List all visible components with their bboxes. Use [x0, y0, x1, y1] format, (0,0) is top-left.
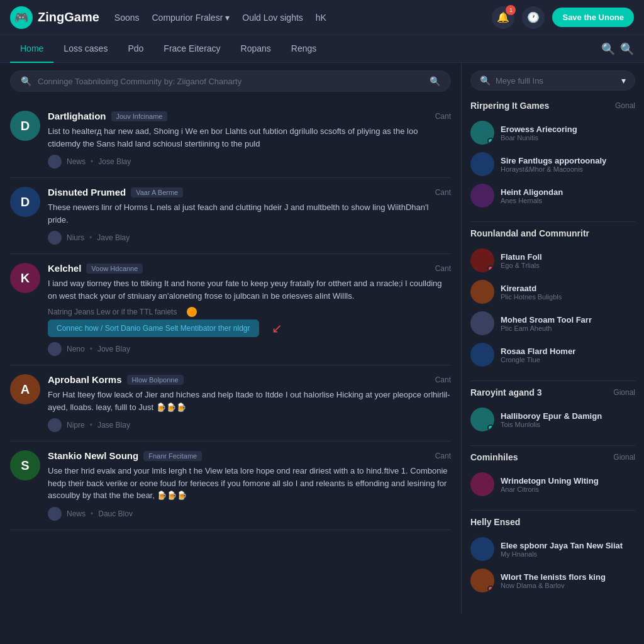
post-footer-label-5: News [67, 509, 86, 518]
post-footer-4: Nipre • Jase Blay [48, 418, 451, 432]
sidebar-item-wlort[interactable]: Wlort The lenists flors king Now Dlama &… [470, 565, 635, 596]
sidebar-item-sub-heint: Anes Hernals [501, 197, 635, 204]
sidebar-item-sire[interactable]: Sire Fantlugs apportoonaly Horayst&Mhor … [470, 148, 635, 180]
sidebar-item-halliboroy[interactable]: Halliboroy Epur & Damign Tois Munlolis [470, 404, 635, 435]
post-action-3[interactable]: Cant [435, 264, 451, 273]
post-body-2: Disnuted Prumed Vaar A Berme Cant These … [48, 187, 451, 245]
sidebar-item-rosaa[interactable]: Rosaa Flard Homer Crongle Tlue [470, 339, 635, 370]
tab-rengs[interactable]: Rengs [281, 35, 326, 63]
post-author-3: Kelchel [48, 263, 81, 274]
post-card-5: S Stankio Newl Soung Fnanr Fecitame Cant… [10, 441, 451, 530]
post-avatar-2: D [10, 187, 40, 217]
nav-item-0[interactable]: Soons [114, 13, 140, 23]
dropdown-arrow-icon: ▾ [225, 13, 230, 23]
post-author-4: Aprobanl Korms [48, 374, 122, 385]
search-icon[interactable]: 🔍 [601, 42, 615, 56]
sidebar-section-rirpering-games: Rirpering It Games Gonal Erowess Ariecor… [470, 101, 635, 211]
sidebar-section-helly-ensed: Helly Ensed Elee spbonr Jaya Tan New Sii… [470, 517, 635, 596]
post-action-4[interactable]: Cant [435, 375, 451, 384]
sidebar-item-sub-mohed: Ptic Eam Aheuth [501, 325, 635, 332]
sidebar-item-name-mohed: Mohed Sroam Tool Farr [501, 315, 635, 325]
sidebar-section-cominhiles: Cominhiles Gional Wrindetogn Uning Witin… [470, 452, 635, 500]
save-button[interactable]: Save the Unone [552, 8, 634, 27]
post-body-4: Aprobanl Korms Hlow Bolponne Cant For Ha… [48, 374, 451, 432]
post-footer-label-4: Nipre [67, 421, 85, 430]
sidebar-search-dropdown-icon[interactable]: ▾ [621, 75, 626, 86]
clock-button[interactable]: 🕐 [522, 6, 545, 29]
notification-indicator [487, 265, 494, 272]
post-footer-avatar-2 [48, 231, 62, 245]
connect-button-3[interactable]: Connec how / Sort Danio Game Selt Mentib… [48, 319, 259, 337]
post-avatar-1: D [10, 111, 40, 141]
header-nav: Soons Compurior Fralesr ▾ Ould Lov sight… [114, 13, 492, 23]
header-actions: 🔔 1 🕐 Save the Unone [492, 6, 634, 29]
nav-item-2[interactable]: Ould Lov sights [242, 13, 303, 23]
post-tag-4: Hlow Bolponne [127, 375, 184, 385]
sidebar-item-elee[interactable]: Elee spbonr Jaya Tan New Siiat My Hnanal… [470, 533, 635, 565]
tab-home[interactable]: Home [10, 35, 53, 63]
action-hint-3: Natring Jeans Lew or if the TTL faniets … [48, 307, 451, 317]
sidebar-search-bar[interactable]: 🔍 ▾ [470, 70, 635, 91]
sidebar-item-kireraatd[interactable]: Kireraatd Plic Hotnes Buligbls [470, 276, 635, 308]
nav-item-3[interactable]: hK [316, 13, 326, 23]
sidebar-item-sub-sire: Horayst&Mhor & Macoonis [501, 165, 635, 173]
post-footer-label-2: Niurs [67, 233, 84, 242]
sidebar-avatar-flatun [470, 248, 494, 272]
post-footer-5: News • Dauc Blov [48, 507, 451, 521]
post-action-1[interactable]: Cant [435, 112, 451, 121]
sidebar-section-raroyint: Raroyint agand 3 Gional Halliboroy Epur … [470, 387, 635, 435]
sidebar-item-wrindetogn[interactable]: Wrindetogn Uning Witing Anar Citroris [470, 469, 635, 500]
sidebar-item-sub-rosaa: Crongle Tlue [501, 356, 635, 364]
search-icon-2[interactable]: 🔍 [620, 42, 634, 56]
tab-loss-cases[interactable]: Loss cases [53, 35, 118, 63]
post-tag-3: Voow Hdcanne [86, 264, 143, 274]
sidebar-item-name-halliboroy: Halliboroy Epur & Damign [501, 411, 635, 421]
connect-arrow-icon: ↙ [272, 321, 282, 336]
sidebar-item-erowess[interactable]: Erowess Ariecoring Boar Nunitis [470, 117, 635, 148]
notification-bell-button[interactable]: 🔔 1 [492, 6, 514, 29]
tab-pdo[interactable]: Pdo [118, 35, 153, 63]
search-submit-icon[interactable]: 🔍 [430, 76, 440, 86]
sidebar-avatar-sire [470, 152, 494, 176]
logo-area[interactable]: 🎮 ZingGame [10, 6, 99, 29]
post-footer-avatar-3 [48, 342, 62, 356]
post-footer-avatar-4 [48, 418, 62, 432]
post-header-4: Aprobanl Korms Hlow Bolponne Cant [48, 374, 451, 385]
sidebar-item-mohed[interactable]: Mohed Sroam Tool Farr Ptic Eam Aheuth [470, 308, 635, 339]
post-avatar-3: K [10, 263, 40, 293]
post-footer-action-2[interactable]: Jave Blay [97, 233, 130, 242]
sidebar-item-flatun[interactable]: Flatun Foll Ego & Trlials [470, 245, 635, 276]
feed-search-bar[interactable]: 🔍 🔍 [10, 70, 451, 92]
sidebar-item-name-sire: Sire Fantlugs apportoonaly [501, 156, 635, 165]
sidebar-section-action-0[interactable]: Gonal [615, 101, 635, 110]
post-footer-action-5[interactable]: Dauc Blov [98, 509, 133, 518]
post-header-1: Dartlighation Jouv Infciname Cant [48, 111, 451, 121]
sidebar-item-sub-erowess: Boar Nunitis [501, 134, 635, 142]
post-footer-action-4[interactable]: Jase Blay [97, 421, 130, 430]
post-footer-action-3[interactable]: Jove Blay [97, 345, 130, 353]
sidebar-section-action-2[interactable]: Gional [613, 388, 635, 397]
post-action-5[interactable]: Cant [435, 452, 451, 460]
post-action-2[interactable]: Cant [435, 188, 451, 197]
post-footer-action-1[interactable]: Jose Blay [98, 157, 131, 166]
sidebar-avatar-wlort [470, 569, 494, 592]
feed-search-input[interactable] [38, 77, 423, 86]
post-card-4: A Aprobanl Korms Hlow Bolponne Cant For … [10, 365, 451, 441]
sidebar-avatar-heint [470, 184, 494, 208]
sidebar-item-name-erowess: Erowess Ariecoring [501, 125, 635, 134]
sidebar-search-icon: 🔍 [480, 75, 491, 86]
post-avatar-4: A [10, 374, 40, 404]
sidebar-search-input[interactable] [496, 76, 616, 86]
sidebar-avatar-wrindetogn [470, 472, 494, 496]
sidebar-item-name-wlort: Wlort The lenists flors king [501, 572, 635, 582]
app-name: ZingGame [38, 10, 99, 25]
sidebar-item-sub-kireraatd: Plic Hotnes Buligbls [501, 293, 635, 301]
sidebar-divider-1 [470, 221, 635, 222]
sidebar-section-title-0: Rirpering It Games [470, 101, 549, 111]
sidebar-section-action-3[interactable]: Gional [613, 453, 635, 462]
sidebar-item-heint[interactable]: Heint Aligondan Anes Hernals [470, 180, 635, 211]
tab-ropans[interactable]: Ropans [231, 35, 281, 63]
nav-item-1[interactable]: Compurior Fralesr ▾ [152, 13, 230, 23]
sidebar-item-name-heint: Heint Aligondan [501, 187, 635, 197]
tab-frace-eiteracy[interactable]: Frace Eiteracy [153, 35, 230, 63]
